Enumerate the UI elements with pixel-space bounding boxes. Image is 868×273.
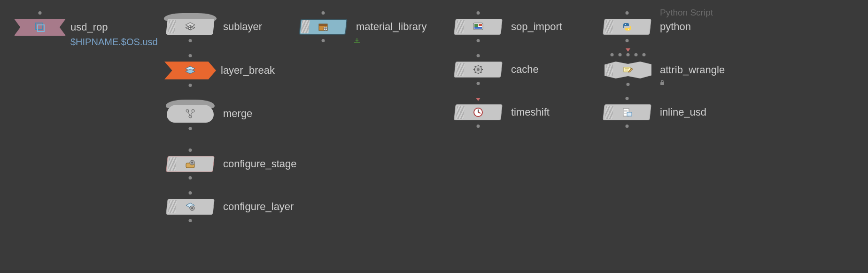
svg-marker-8: [186, 69, 195, 74]
node-label: configure_stage: [223, 158, 297, 170]
svg-line-37: [475, 72, 476, 73]
output-port[interactable]: [477, 82, 480, 85]
node-label: sop_import: [511, 21, 562, 33]
node-label: inline_usd: [660, 106, 706, 118]
download-badge-icon: [353, 38, 361, 44]
sublayer-icon: [185, 21, 196, 32]
node-sublayer[interactable]: sublayer: [167, 19, 214, 35]
svg-line-13: [191, 112, 193, 115]
svg-line-38: [480, 66, 481, 67]
svg-point-9: [186, 109, 189, 112]
node-label: timeshift: [511, 106, 550, 118]
material-library-icon: [318, 21, 329, 32]
configure-layer-icon: [185, 201, 196, 212]
node-sop-import[interactable]: sop_import: [455, 19, 502, 35]
lock-badge-icon: [659, 79, 666, 86]
svg-line-36: [480, 72, 481, 73]
output-port[interactable]: [189, 84, 192, 87]
svg-rect-27: [479, 24, 482, 26]
inline-usd-icon: [621, 107, 633, 118]
node-canvas[interactable]: usd_rop $HIPNAME.$OS.usd sublayer layer_…: [0, 0, 868, 273]
time-dependent-marker-icon: [476, 98, 480, 101]
svg-point-11: [189, 115, 192, 118]
output-port[interactable]: [627, 83, 630, 86]
output-port[interactable]: [189, 219, 192, 222]
sop-import-icon: [473, 21, 484, 32]
svg-line-12: [188, 112, 190, 115]
node-label: merge: [223, 108, 252, 120]
node-timeshift[interactable]: timeshift: [455, 104, 502, 120]
configure-stage-icon: [185, 158, 196, 170]
usd-rop-icon: [34, 22, 46, 33]
input-port[interactable]: [477, 11, 480, 15]
svg-point-43: [628, 29, 629, 30]
svg-point-30: [477, 68, 480, 71]
svg-rect-1: [38, 25, 44, 31]
output-port[interactable]: [477, 39, 480, 42]
svg-rect-21: [319, 24, 327, 26]
input-port[interactable]: [39, 11, 42, 15]
wrangle-icon: [622, 64, 634, 76]
svg-point-16: [191, 162, 193, 164]
svg-point-42: [625, 24, 626, 25]
input-port[interactable]: [322, 11, 325, 15]
node-python[interactable]: Python Script python: [604, 19, 651, 35]
output-port[interactable]: [626, 125, 629, 128]
node-comment: Python Script: [660, 8, 713, 18]
node-configure-layer[interactable]: configure_layer: [167, 199, 214, 215]
output-port[interactable]: [189, 39, 192, 42]
node-label: configure_layer: [223, 201, 294, 213]
input-port[interactable]: [477, 54, 480, 57]
node-cache[interactable]: cache: [455, 62, 502, 78]
output-port[interactable]: [322, 39, 325, 42]
node-label: material_library: [356, 21, 426, 33]
svg-line-35: [475, 66, 476, 67]
svg-rect-26: [474, 24, 478, 27]
time-dependent-marker-icon: [626, 48, 630, 52]
gear-icon: [473, 64, 484, 75]
svg-point-19: [191, 207, 193, 209]
node-attrib-wrangle[interactable]: attrib_wrangle: [604, 62, 652, 78]
input-port[interactable]: [189, 54, 192, 57]
node-label: python: [660, 21, 691, 33]
svg-rect-28: [474, 27, 482, 29]
input-port[interactable]: [626, 97, 629, 100]
output-port[interactable]: [626, 39, 629, 42]
clock-icon: [473, 107, 484, 118]
layer-break-icon: [185, 65, 196, 76]
node-material-library[interactable]: material_library: [300, 19, 347, 35]
input-port[interactable]: [189, 148, 192, 152]
svg-rect-47: [660, 82, 664, 85]
node-layer-break[interactable]: layer_break: [164, 62, 216, 79]
node-label: cache: [511, 63, 539, 76]
node-sublabel: $HIPNAME.$OS.usd: [70, 37, 158, 47]
svg-rect-52: [627, 112, 632, 116]
node-label: attrib_wrangle: [660, 64, 725, 76]
node-label: layer_break: [221, 64, 275, 77]
multi-input-ports[interactable]: [611, 53, 646, 56]
input-port[interactable]: [189, 191, 192, 195]
output-port[interactable]: [189, 127, 192, 130]
merge-icon: [185, 108, 196, 119]
input-port[interactable]: [626, 11, 629, 15]
node-label: usd_rop: [70, 21, 108, 33]
node-merge[interactable]: merge: [167, 105, 214, 123]
python-icon: [621, 21, 633, 32]
node-label: sublayer: [223, 21, 262, 33]
node-configure-stage[interactable]: configure_stage: [167, 156, 214, 172]
output-port[interactable]: [477, 125, 480, 128]
output-port[interactable]: [189, 176, 192, 179]
node-usd-rop[interactable]: usd_rop $HIPNAME.$OS.usd: [14, 19, 66, 36]
svg-point-10: [192, 109, 194, 112]
svg-rect-0: [36, 23, 42, 30]
node-inline-usd[interactable]: inline_usd: [604, 104, 651, 120]
